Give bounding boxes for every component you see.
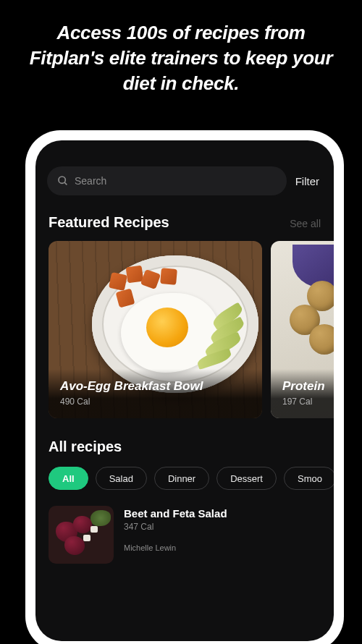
- svg-point-0: [59, 177, 65, 183]
- all-recipes-title: All recipes: [35, 438, 334, 455]
- item-info: Beet and Feta Salad 347 Cal Michelle Lew…: [124, 506, 321, 564]
- list-item[interactable]: Beet and Feta Salad 347 Cal Michelle Lew…: [35, 506, 334, 564]
- chip-dessert[interactable]: Dessert: [216, 467, 277, 490]
- category-chips: All Salad Dinner Dessert Smoo: [35, 467, 334, 490]
- featured-card[interactable]: Avo-Egg Breakfast Bowl 490 Cal: [49, 241, 262, 418]
- search-placeholder: Search: [75, 175, 106, 187]
- featured-header: Featured Recipes See all: [35, 214, 334, 231]
- svg-line-1: [64, 182, 67, 185]
- item-title: Beet and Feta Salad: [124, 507, 321, 520]
- app-screen: Search Filter Featured Recipes See all A…: [35, 140, 334, 641]
- chip-smoothie[interactable]: Smoo: [284, 467, 334, 490]
- featured-title: Featured Recipes: [49, 214, 169, 231]
- promo-headline: Access 100s of recipes from Fitplan's el…: [0, 0, 362, 111]
- search-row: Search Filter: [35, 166, 334, 195]
- chip-salad[interactable]: Salad: [96, 467, 147, 490]
- recipe-thumb: [49, 506, 114, 564]
- chip-all[interactable]: All: [49, 467, 88, 490]
- search-input[interactable]: Search: [47, 166, 287, 195]
- recipe-title: Protein: [282, 379, 332, 394]
- see-all-link[interactable]: See all: [290, 218, 321, 229]
- item-calories: 347 Cal: [124, 522, 321, 532]
- recipe-calories: 490 Cal: [60, 397, 251, 407]
- filter-button[interactable]: Filter: [295, 175, 322, 187]
- chip-dinner[interactable]: Dinner: [154, 467, 209, 490]
- item-author: Michelle Lewin: [124, 543, 321, 552]
- recipe-title: Avo-Egg Breakfast Bowl: [60, 379, 251, 394]
- phone-frame: Search Filter Featured Recipes See all A…: [25, 130, 344, 644]
- featured-carousel[interactable]: Avo-Egg Breakfast Bowl 490 Cal Protein 1…: [35, 241, 334, 418]
- featured-card[interactable]: Protein 197 Cal: [271, 241, 334, 418]
- recipe-calories: 197 Cal: [282, 397, 332, 407]
- search-icon: [57, 175, 69, 187]
